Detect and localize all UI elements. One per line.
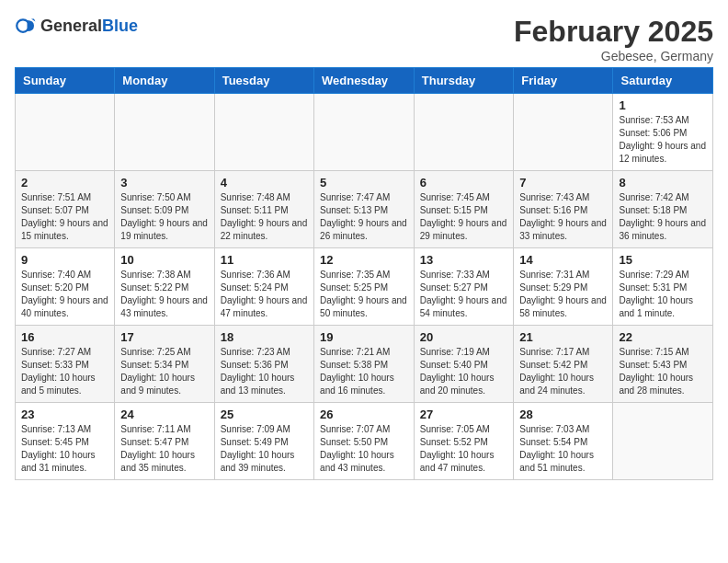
day-info: Sunrise: 7:36 AM Sunset: 5:24 PM Dayligh… — [221, 269, 308, 320]
calendar-cell: 20Sunrise: 7:19 AM Sunset: 5:40 PM Dayli… — [414, 326, 514, 403]
day-number: 15 — [619, 253, 707, 267]
calendar-cell: 3Sunrise: 7:50 AM Sunset: 5:09 PM Daylig… — [115, 171, 214, 248]
calendar-cell — [115, 94, 214, 171]
day-info: Sunrise: 7:23 AM Sunset: 5:36 PM Dayligh… — [221, 346, 308, 397]
title-section: February 2025 Gebesee, Germany — [514, 15, 713, 63]
calendar-cell: 28Sunrise: 7:03 AM Sunset: 5:54 PM Dayli… — [514, 403, 613, 480]
day-info: Sunrise: 7:51 AM Sunset: 5:07 PM Dayligh… — [21, 191, 108, 243]
day-info: Sunrise: 7:11 AM Sunset: 5:47 PM Dayligh… — [120, 423, 208, 475]
day-number: 28 — [519, 408, 607, 421]
day-info: Sunrise: 7:09 AM Sunset: 5:49 PM Dayligh… — [221, 423, 308, 475]
calendar-cell — [613, 403, 713, 480]
day-number: 6 — [420, 176, 508, 190]
calendar-cell: 17Sunrise: 7:25 AM Sunset: 5:34 PM Dayli… — [115, 326, 214, 403]
day-info: Sunrise: 7:13 AM Sunset: 5:45 PM Dayligh… — [21, 423, 108, 475]
day-number: 5 — [320, 176, 408, 190]
calendar-cell: 11Sunrise: 7:36 AM Sunset: 5:24 PM Dayli… — [214, 248, 313, 326]
day-info: Sunrise: 7:53 AM Sunset: 5:06 PM Dayligh… — [619, 114, 707, 166]
weekday-header-wednesday: Wednesday — [314, 68, 415, 94]
month-year-title: February 2025 — [514, 15, 713, 49]
day-info: Sunrise: 7:38 AM Sunset: 5:22 PM Dayligh… — [120, 269, 208, 320]
day-number: 1 — [619, 98, 707, 112]
weekday-header-friday: Friday — [514, 68, 613, 94]
day-number: 8 — [619, 176, 707, 190]
day-info: Sunrise: 7:07 AM Sunset: 5:50 PM Dayligh… — [320, 423, 408, 475]
calendar-cell: 18Sunrise: 7:23 AM Sunset: 5:36 PM Dayli… — [214, 326, 313, 403]
calendar-cell: 15Sunrise: 7:29 AM Sunset: 5:31 PM Dayli… — [613, 248, 713, 326]
day-number: 13 — [420, 253, 508, 267]
calendar-cell: 27Sunrise: 7:05 AM Sunset: 5:52 PM Dayli… — [414, 403, 514, 480]
logo: GeneralBlue — [15, 15, 138, 37]
day-info: Sunrise: 7:25 AM Sunset: 5:34 PM Dayligh… — [120, 346, 208, 397]
day-number: 22 — [619, 330, 707, 344]
day-info: Sunrise: 7:42 AM Sunset: 5:18 PM Dayligh… — [619, 191, 707, 243]
calendar-table: SundayMondayTuesdayWednesdayThursdayFrid… — [15, 67, 713, 480]
day-number: 23 — [21, 408, 108, 421]
day-number: 17 — [120, 330, 208, 344]
weekday-header-row: SundayMondayTuesdayWednesdayThursdayFrid… — [16, 68, 713, 94]
day-info: Sunrise: 7:50 AM Sunset: 5:09 PM Dayligh… — [120, 191, 208, 243]
calendar-cell — [314, 94, 415, 171]
day-info: Sunrise: 7:47 AM Sunset: 5:13 PM Dayligh… — [320, 191, 408, 243]
day-info: Sunrise: 7:45 AM Sunset: 5:15 PM Dayligh… — [420, 191, 508, 243]
calendar-cell: 21Sunrise: 7:17 AM Sunset: 5:42 PM Dayli… — [514, 326, 613, 403]
weekday-header-saturday: Saturday — [613, 68, 713, 94]
calendar-cell: 4Sunrise: 7:48 AM Sunset: 5:11 PM Daylig… — [214, 171, 313, 248]
day-number: 19 — [320, 330, 408, 344]
calendar-cell — [414, 94, 514, 171]
calendar-cell: 7Sunrise: 7:43 AM Sunset: 5:16 PM Daylig… — [514, 171, 613, 248]
calendar-cell: 1Sunrise: 7:53 AM Sunset: 5:06 PM Daylig… — [613, 94, 713, 171]
calendar-cell — [214, 94, 313, 171]
day-number: 12 — [320, 253, 408, 267]
day-info: Sunrise: 7:03 AM Sunset: 5:54 PM Dayligh… — [519, 423, 607, 475]
day-info: Sunrise: 7:48 AM Sunset: 5:11 PM Dayligh… — [221, 191, 308, 243]
day-info: Sunrise: 7:43 AM Sunset: 5:16 PM Dayligh… — [519, 191, 607, 243]
day-number: 3 — [120, 176, 208, 190]
calendar-week-row: 23Sunrise: 7:13 AM Sunset: 5:45 PM Dayli… — [16, 403, 713, 480]
calendar-cell: 5Sunrise: 7:47 AM Sunset: 5:13 PM Daylig… — [314, 171, 415, 248]
calendar-week-row: 2Sunrise: 7:51 AM Sunset: 5:07 PM Daylig… — [16, 171, 713, 248]
day-number: 10 — [120, 253, 208, 267]
calendar-cell: 10Sunrise: 7:38 AM Sunset: 5:22 PM Dayli… — [115, 248, 214, 326]
calendar-cell — [514, 94, 613, 171]
calendar-cell: 14Sunrise: 7:31 AM Sunset: 5:29 PM Dayli… — [514, 248, 613, 326]
calendar-cell: 2Sunrise: 7:51 AM Sunset: 5:07 PM Daylig… — [16, 171, 115, 248]
weekday-header-thursday: Thursday — [414, 68, 514, 94]
day-info: Sunrise: 7:33 AM Sunset: 5:27 PM Dayligh… — [420, 269, 508, 320]
day-info: Sunrise: 7:29 AM Sunset: 5:31 PM Dayligh… — [619, 269, 707, 320]
day-info: Sunrise: 7:31 AM Sunset: 5:29 PM Dayligh… — [519, 269, 607, 320]
calendar-cell: 13Sunrise: 7:33 AM Sunset: 5:27 PM Dayli… — [414, 248, 514, 326]
calendar-cell: 26Sunrise: 7:07 AM Sunset: 5:50 PM Dayli… — [314, 403, 415, 480]
calendar-cell: 8Sunrise: 7:42 AM Sunset: 5:18 PM Daylig… — [613, 171, 713, 248]
day-number: 26 — [320, 408, 408, 421]
day-number: 21 — [519, 330, 607, 344]
logo-blue: Blue — [102, 17, 138, 35]
day-info: Sunrise: 7:40 AM Sunset: 5:20 PM Dayligh… — [21, 269, 108, 320]
calendar-week-row: 9Sunrise: 7:40 AM Sunset: 5:20 PM Daylig… — [16, 248, 713, 326]
day-info: Sunrise: 7:19 AM Sunset: 5:40 PM Dayligh… — [420, 346, 508, 397]
location-subtitle: Gebesee, Germany — [514, 49, 713, 63]
day-number: 9 — [21, 253, 108, 267]
day-info: Sunrise: 7:15 AM Sunset: 5:43 PM Dayligh… — [619, 346, 707, 397]
day-info: Sunrise: 7:35 AM Sunset: 5:25 PM Dayligh… — [320, 269, 408, 320]
day-number: 16 — [21, 330, 108, 344]
logo-general: General — [40, 17, 102, 35]
calendar-cell: 6Sunrise: 7:45 AM Sunset: 5:15 PM Daylig… — [414, 171, 514, 248]
weekday-header-monday: Monday — [115, 68, 214, 94]
page-header: GeneralBlue February 2025 Gebesee, Germa… — [15, 15, 713, 63]
day-number: 4 — [221, 176, 308, 190]
day-number: 25 — [221, 408, 308, 421]
day-number: 24 — [120, 408, 208, 421]
calendar-cell: 25Sunrise: 7:09 AM Sunset: 5:49 PM Dayli… — [214, 403, 313, 480]
calendar-cell: 24Sunrise: 7:11 AM Sunset: 5:47 PM Dayli… — [115, 403, 214, 480]
logo-text: GeneralBlue — [40, 17, 138, 36]
day-info: Sunrise: 7:27 AM Sunset: 5:33 PM Dayligh… — [21, 346, 108, 397]
day-number: 20 — [420, 330, 508, 344]
calendar-cell: 19Sunrise: 7:21 AM Sunset: 5:38 PM Dayli… — [314, 326, 415, 403]
weekday-header-tuesday: Tuesday — [214, 68, 313, 94]
calendar-week-row: 1Sunrise: 7:53 AM Sunset: 5:06 PM Daylig… — [16, 94, 713, 171]
day-number: 14 — [519, 253, 607, 267]
day-number: 11 — [221, 253, 308, 267]
logo-icon — [15, 15, 37, 37]
calendar-cell — [16, 94, 115, 171]
